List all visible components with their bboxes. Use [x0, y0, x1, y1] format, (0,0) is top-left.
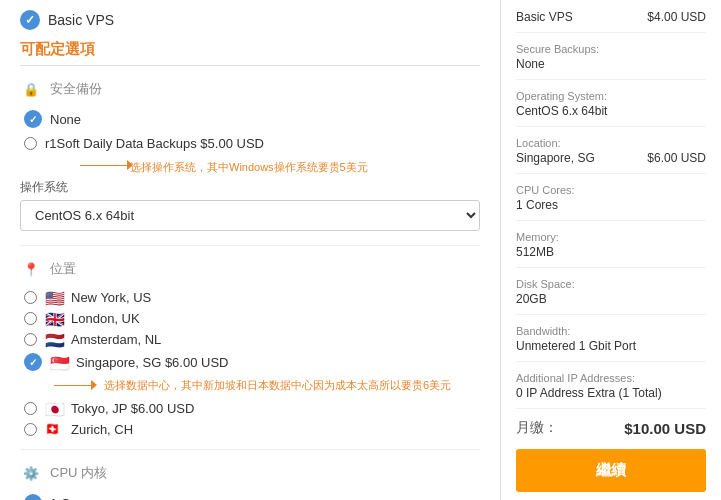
location-item-amsterdam[interactable]: 🇳🇱 Amsterdam, NL: [24, 332, 480, 347]
location-label-london: London, UK: [71, 311, 140, 326]
ip-right-label: Additional IP Addresses:: [516, 372, 706, 384]
os-annotation-text: 选择操作系统，其中Windows操作系统要贵5美元: [130, 161, 368, 173]
flag-ch: 🇨🇭: [45, 423, 65, 436]
continue-button[interactable]: 繼續: [516, 449, 706, 492]
product-name: Basic VPS: [48, 12, 114, 28]
cpu-label: CPU 内核: [50, 464, 107, 482]
location-label: 位置: [50, 260, 76, 278]
location-annotation-wrap: 选择数据中心，其中新加坡和日本数据中心因为成本太高所以要贵6美元: [104, 377, 480, 393]
location-radio-london[interactable]: [24, 312, 37, 325]
location-item-singapore[interactable]: 🇸🇬 Singapore, SG $6.00 USD: [24, 353, 480, 371]
secure-backups-value: None: [516, 57, 706, 71]
location-radio-amsterdam[interactable]: [24, 333, 37, 346]
location-label-tokyo: Tokyo, JP $6.00 USD: [71, 401, 194, 416]
right-panel-basic-vps-name: Basic VPS: [516, 10, 573, 24]
os-right-label: Operating System:: [516, 90, 706, 102]
os-select-wrap: CentOS 6.x 64bit Ubuntu 18.04 Debian 9 W…: [20, 200, 480, 231]
right-panel-disk: Disk Space: 20GB: [516, 278, 706, 315]
backup-section-header: 🔒 安全備份: [20, 78, 480, 100]
cpu-section-header: ⚙️ CPU 内核: [20, 462, 480, 484]
cpu-1core-label: 1 Cores: [50, 496, 96, 500]
location-label-singapore: Singapore, SG $6.00 USD: [76, 355, 228, 370]
os-annotation-arrow: [127, 160, 133, 170]
bandwidth-right-label: Bandwidth:: [516, 325, 706, 337]
location-item-zurich[interactable]: 🇨🇭 Zurich, CH: [24, 422, 480, 437]
cpu-right-value: 1 Cores: [516, 198, 706, 212]
location-check-singapore: [24, 353, 42, 371]
location-list: 🇺🇸 New York, US 🇬🇧 London, UK 🇳🇱 Amsterd…: [24, 290, 480, 437]
right-panel-basic-vps: Basic VPS $4.00 USD: [516, 10, 706, 33]
right-panel-cpu: CPU Cores: 1 Cores: [516, 184, 706, 221]
backup-icon: 🔒: [20, 78, 42, 100]
monthly-price: $10.00 USD: [624, 420, 706, 437]
location-item-tokyo[interactable]: 🇯🇵 Tokyo, JP $6.00 USD: [24, 401, 480, 416]
right-panel-memory: Memory: 512MB: [516, 231, 706, 268]
backup-r1soft-option[interactable]: r1Soft Daily Data Backups $5.00 USD: [24, 136, 480, 151]
location-annotation-text: 选择数据中心，其中新加坡和日本数据中心因为成本太高所以要贵6美元: [104, 379, 451, 391]
flag-us: 🇺🇸: [45, 291, 65, 304]
right-panel-location: Location: Singapore, SG $6.00 USD: [516, 137, 706, 174]
flag-uk: 🇬🇧: [45, 312, 65, 325]
flag-nl: 🇳🇱: [45, 333, 65, 346]
flag-sg: 🇸🇬: [50, 356, 70, 369]
flag-jp: 🇯🇵: [45, 402, 65, 415]
disk-right-value: 20GB: [516, 292, 706, 306]
location-radio-zurich[interactable]: [24, 423, 37, 436]
right-panel-os: Operating System: CentOS 6.x 64bit: [516, 90, 706, 127]
location-annotation-arrow: [91, 380, 97, 390]
product-title-row: Basic VPS: [20, 10, 480, 30]
memory-right-value: 512MB: [516, 245, 706, 259]
location-right-row: Singapore, SG $6.00 USD: [516, 151, 706, 165]
right-panel-secure-backups: Secure Backups: None: [516, 43, 706, 80]
right-panel-bandwidth: Bandwidth: Unmetered 1 Gbit Port: [516, 325, 706, 362]
main-panel: Basic VPS 可配定選項 🔒 安全備份 None r1Soft Daily…: [0, 0, 501, 500]
right-panel-ip: Additional IP Addresses: 0 IP Address Ex…: [516, 372, 706, 409]
configurable-options-header: 可配定選項: [20, 40, 480, 66]
location-right-price: $6.00 USD: [647, 151, 706, 165]
os-right-value: CentOS 6.x 64bit: [516, 104, 706, 118]
disk-right-label: Disk Space:: [516, 278, 706, 290]
location-item-new-york[interactable]: 🇺🇸 New York, US: [24, 290, 480, 305]
cpu-right-label: CPU Cores:: [516, 184, 706, 196]
ip-right-value: 0 IP Address Extra (1 Total): [516, 386, 706, 400]
location-item-london[interactable]: 🇬🇧 London, UK: [24, 311, 480, 326]
location-label-amsterdam: Amsterdam, NL: [71, 332, 161, 347]
backup-none-check: [24, 110, 42, 128]
backup-r1soft-label: r1Soft Daily Data Backups $5.00 USD: [45, 136, 264, 151]
location-icon: 📍: [20, 258, 42, 280]
cpu-icon: ⚙️: [20, 462, 42, 484]
right-panel-basic-vps-price: $4.00 USD: [647, 10, 706, 24]
monthly-total-row: 月缴： $10.00 USD: [516, 419, 706, 437]
secure-backups-label: Secure Backups:: [516, 43, 706, 55]
os-select[interactable]: CentOS 6.x 64bit Ubuntu 18.04 Debian 9 W…: [20, 200, 480, 231]
location-right-label: Location:: [516, 137, 706, 149]
backup-r1soft-radio[interactable]: [24, 137, 37, 150]
location-right-value: Singapore, SG: [516, 151, 595, 165]
backup-label: 安全備份: [50, 80, 102, 98]
divider-2: [20, 449, 480, 450]
cpu-1core-check: [24, 494, 42, 500]
backup-none-option[interactable]: None: [24, 110, 480, 128]
memory-right-label: Memory:: [516, 231, 706, 243]
os-label: 操作系统: [20, 179, 480, 196]
cpu-1core-option[interactable]: 1 Cores: [24, 494, 480, 500]
backup-none-label: None: [50, 112, 81, 127]
location-label-zurich: Zurich, CH: [71, 422, 133, 437]
cpu-section: ⚙️ CPU 内核 1 Cores: [20, 462, 480, 500]
os-annotation-line: [80, 165, 130, 166]
monthly-label: 月缴：: [516, 419, 558, 437]
divider-1: [20, 245, 480, 246]
os-annotation-wrap: 选择操作系统，其中Windows操作系统要贵5美元: [50, 159, 480, 175]
location-radio-new-york[interactable]: [24, 291, 37, 304]
location-label-new-york: New York, US: [71, 290, 151, 305]
right-panel: Basic VPS $4.00 USD Secure Backups: None…: [501, 0, 721, 500]
product-check-icon: [20, 10, 40, 30]
bandwidth-right-value: Unmetered 1 Gbit Port: [516, 339, 706, 353]
location-radio-tokyo[interactable]: [24, 402, 37, 415]
location-annotation-line: [54, 385, 94, 386]
location-section-header: 📍 位置: [20, 258, 480, 280]
